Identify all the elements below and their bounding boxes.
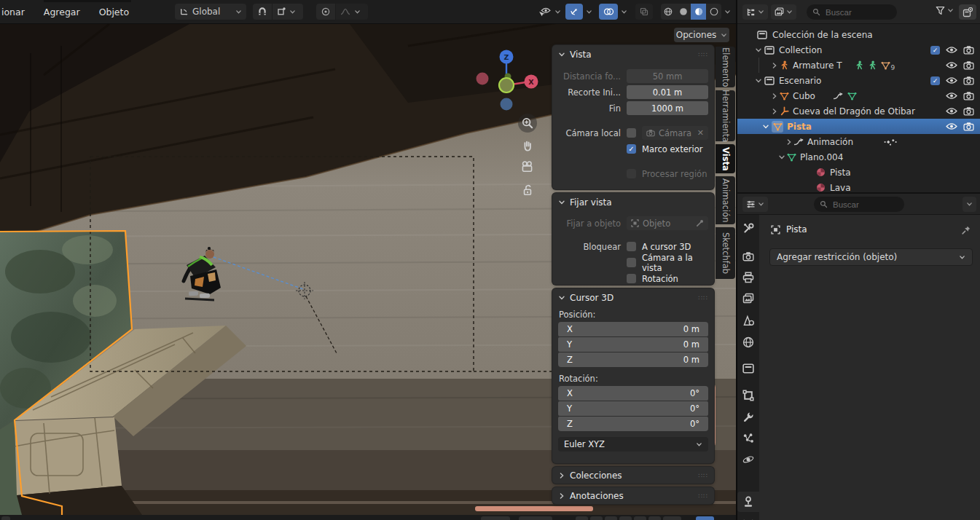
timeline-button[interactable] xyxy=(634,516,646,520)
panel-grip[interactable]: ∷∷ xyxy=(699,492,708,500)
outliner-row-pista-selected[interactable]: Pista xyxy=(737,119,980,134)
proportional-falloff-dropdown[interactable] xyxy=(336,4,368,20)
tab-physics-icon[interactable] xyxy=(742,454,754,465)
timeline-button[interactable] xyxy=(590,516,603,520)
sidebar-tab-animacion[interactable]: Animación xyxy=(716,176,735,224)
render-camera-icon[interactable] xyxy=(963,45,974,55)
sidebar-tab-herramienta[interactable]: Herramienta xyxy=(716,90,735,141)
sidebar-tab-elemento[interactable]: Elemento xyxy=(716,47,735,87)
timeline-button[interactable] xyxy=(576,516,588,520)
cursor-rx-field[interactable]: X0° xyxy=(558,386,708,401)
tab-collection-icon[interactable] xyxy=(742,363,754,374)
outliner-row-scene-collection[interactable]: Colección de la escena xyxy=(737,27,980,42)
chevron-right-icon[interactable] xyxy=(785,138,793,146)
local-camera-checkbox[interactable] xyxy=(627,128,636,138)
display-mode-dropdown[interactable] xyxy=(771,4,796,20)
viewport-3d[interactable]: Z X ionar Agregar Objeto xyxy=(0,0,736,515)
panel-grip[interactable]: ∷∷ xyxy=(699,51,708,58)
options-dropdown[interactable]: Opciones xyxy=(674,28,729,42)
timeline-button[interactable] xyxy=(648,516,661,520)
properties-options-dropdown[interactable] xyxy=(963,197,976,212)
filter-dropdown[interactable] xyxy=(936,6,954,15)
panel-vista-header[interactable]: Vista ∷∷ xyxy=(552,45,714,63)
outliner-row-plano004[interactable]: Plano.004 xyxy=(737,149,980,165)
add-constraint-dropdown[interactable]: Agregar restricción (objeto) xyxy=(769,248,973,266)
render-camera-icon[interactable] xyxy=(963,76,974,85)
timeline-button[interactable] xyxy=(605,516,617,520)
editor-type-dropdown[interactable] xyxy=(742,4,768,20)
render-camera-icon[interactable] xyxy=(963,106,974,116)
overlays-dropdown-chevron[interactable] xyxy=(621,9,627,15)
panel-fijar-header[interactable]: Fijar vista xyxy=(552,193,714,211)
pin-icon[interactable] xyxy=(961,225,971,235)
chevron-down-icon[interactable] xyxy=(778,154,785,161)
timeline-button[interactable] xyxy=(519,516,552,520)
new-collection-button[interactable] xyxy=(959,4,976,20)
shading-rendered-button[interactable] xyxy=(706,4,721,20)
sidebar-tab-vista[interactable]: Vista xyxy=(716,144,735,173)
lock-rotation-checkbox[interactable] xyxy=(627,274,636,283)
hide-eye-icon[interactable] xyxy=(946,46,957,54)
tab-constraints-icon-active[interactable] xyxy=(742,496,754,508)
snap-toggle-button[interactable] xyxy=(253,4,272,20)
cursor-z-field[interactable]: Z0 m xyxy=(558,352,708,367)
chevron-down-icon[interactable] xyxy=(755,47,762,54)
gizmo-axis-neg-x[interactable] xyxy=(477,73,489,85)
show-gizmo-button[interactable] xyxy=(565,4,583,20)
chevron-right-icon[interactable] xyxy=(771,108,778,115)
panel-anotaciones[interactable]: Anotaciones ∷∷ xyxy=(552,487,714,504)
timeline-play-button[interactable] xyxy=(696,516,714,520)
shading-material-button[interactable] xyxy=(691,4,706,20)
shading-solid-button[interactable] xyxy=(675,4,691,20)
chevron-down-icon[interactable] xyxy=(755,77,762,84)
tab-render-icon[interactable] xyxy=(742,251,754,262)
collection-checkbox[interactable]: ✓ xyxy=(930,76,940,85)
hide-eye-icon[interactable] xyxy=(946,107,957,115)
render-camera-icon[interactable] xyxy=(963,91,974,101)
outliner-row-animacion[interactable]: Animación xyxy=(737,134,980,149)
hide-eye-icon[interactable] xyxy=(946,61,957,69)
menu-objeto[interactable]: Objeto xyxy=(90,0,139,24)
cursor-rz-field[interactable]: Z0° xyxy=(558,417,708,431)
hide-eye-icon[interactable] xyxy=(946,122,957,130)
tab-particles-icon[interactable] xyxy=(742,433,754,444)
cursor-y-field[interactable]: Y0 m xyxy=(558,337,708,352)
shading-dropdown-chevron[interactable] xyxy=(724,9,731,15)
render-camera-icon[interactable] xyxy=(963,122,974,131)
object-visibility-dropdown[interactable] xyxy=(537,4,562,20)
outliner-row-material-pista[interactable]: Pista xyxy=(737,165,980,180)
outliner-row-cueva[interactable]: Cueva del Dragón de Otibar xyxy=(737,103,980,119)
lock-cursor-checkbox[interactable] xyxy=(627,242,636,251)
panel-grip[interactable]: ∷∷ xyxy=(699,472,708,479)
chevron-right-icon[interactable] xyxy=(771,92,778,100)
collection-checkbox[interactable]: ✓ xyxy=(930,46,940,55)
panel-grip[interactable]: ∷∷ xyxy=(699,294,708,302)
timeline-button[interactable] xyxy=(1,516,10,520)
snap-settings-dropdown[interactable] xyxy=(273,4,303,20)
rotation-mode-dropdown[interactable]: Euler XYZ xyxy=(558,437,708,452)
clip-end-field[interactable]: 1000 m xyxy=(627,101,708,115)
timeline-button[interactable] xyxy=(481,516,510,520)
timeline-button[interactable] xyxy=(663,516,681,520)
menu-seleccionar-truncated[interactable]: ionar xyxy=(0,0,34,24)
proportional-editing-button[interactable] xyxy=(316,4,335,20)
cursor-ry-field[interactable]: Y0° xyxy=(558,401,708,416)
timeline-button[interactable] xyxy=(619,516,632,520)
clip-start-field[interactable]: 0.01 m xyxy=(627,85,708,99)
outliner-row-escenario[interactable]: Escenario ✓ xyxy=(737,73,980,88)
sidebar-tab-sketchfab[interactable]: Sketchfab xyxy=(716,227,735,279)
editor-type-dropdown[interactable] xyxy=(742,197,768,212)
panel-colecciones[interactable]: Colecciones ∷∷ xyxy=(552,467,714,484)
chevron-down-icon[interactable] xyxy=(762,123,769,130)
gizmo-center[interactable] xyxy=(499,78,514,92)
panel-cursor-header[interactable]: Cursor 3D ∷∷ xyxy=(552,288,714,307)
outliner-row-collection[interactable]: Collection ✓ xyxy=(737,42,980,58)
tab-tool-icon[interactable] xyxy=(742,223,754,235)
outliner-row-cubo[interactable]: Cubo xyxy=(737,88,980,103)
timeline-strip[interactable] xyxy=(0,515,736,520)
tab-world-icon[interactable] xyxy=(742,336,754,348)
chevron-right-icon[interactable] xyxy=(771,62,778,69)
hide-eye-icon[interactable] xyxy=(946,92,957,100)
passepartout-checkbox[interactable]: ✓ xyxy=(627,144,636,154)
render-camera-icon[interactable] xyxy=(963,60,974,70)
